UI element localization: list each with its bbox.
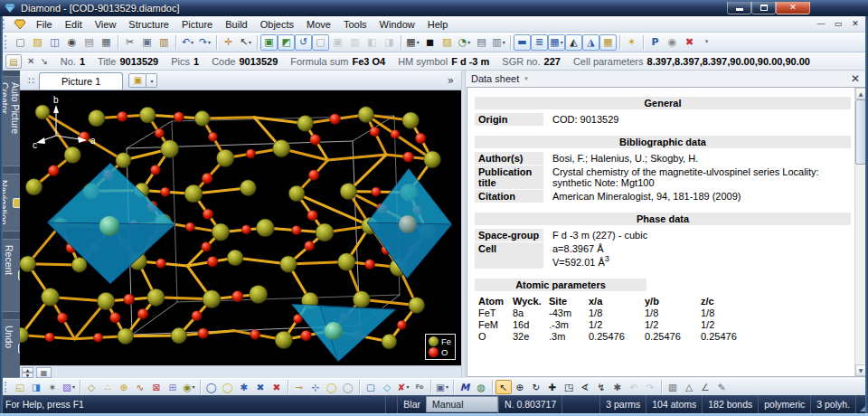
add-atom-button[interactable]: ⊕ [116,380,132,394]
menu-structure[interactable]: Structure [122,17,175,32]
cluster-button[interactable]: ✱ [236,380,252,394]
structure-canvas[interactable]: bac FeO [20,90,461,365]
tile-pictures-icon[interactable]: ∷ [24,75,39,90]
blank-picture-button[interactable]: ▢ [312,34,329,51]
structure-list-button[interactable]: ▤ [5,54,22,69]
network-blue-button[interactable]: ✖ [252,380,269,394]
toolbar-options-button[interactable]: ▾ [698,34,715,51]
polyhedra-button[interactable]: ◇ [83,380,99,394]
panel-menu-icon[interactable]: ▾ [524,75,528,82]
picture-menu-button[interactable]: ▨▾ [61,380,77,394]
mdi-minimize-button[interactable]: — [814,18,828,30]
network-red-button[interactable]: ✖ [269,380,285,394]
new-folder-button[interactable]: ▨ [439,34,456,51]
torsion-mode-button[interactable]: ↯ [593,380,609,394]
world-view-button[interactable]: ◍ [473,380,489,394]
zoom-mode-button[interactable]: ⊕ [512,380,528,394]
select-pointer-button[interactable]: ↖▾ [237,34,254,51]
free-measure-button[interactable]: ✎ [713,380,730,394]
create-bonds-button[interactable]: ⊸ [291,380,307,394]
menu-file[interactable]: File [30,17,59,32]
undo-button[interactable]: ↶▾ [179,34,196,51]
new-picture-dropdown[interactable]: ▾ [146,73,157,88]
data-sheet-close-icon[interactable]: ✕ [848,72,863,85]
picture-revert-button[interactable]: ↺ [295,34,312,51]
zoom-region-button[interactable]: ◳ [561,380,577,394]
goto-structure-icon[interactable]: ↘ [40,56,47,66]
tab-picture-1[interactable]: Picture 1 [39,72,123,90]
open-folder-button[interactable]: ▨ [29,34,46,51]
display-settings-button[interactable]: ◨ [28,380,44,394]
picture-grid-button[interactable]: ▦ [36,367,52,378]
menu-tools[interactable]: Tools [337,17,373,32]
find-button[interactable]: ◉ [63,34,80,51]
menu-window[interactable]: Window [373,17,421,32]
menu-build[interactable]: Build [219,17,253,32]
unit-cell-button[interactable]: ▢ [363,380,379,394]
packing-button[interactable]: ⊞ [165,380,181,394]
distance-measure-button[interactable]: ▥ [665,380,681,394]
forward-report-button[interactable]: ▥▾ [490,34,507,51]
print-preview-button[interactable]: ▤ [80,34,98,51]
copy-button[interactable]: ▣ [138,34,156,51]
history-button[interactable]: ◔▾ [456,34,473,51]
report-button[interactable]: ▤ [473,34,490,51]
atom-group-button[interactable]: ∴ [99,380,116,394]
print-button[interactable]: ▦ [98,34,115,51]
snapshot-button[interactable]: ◉ [664,34,681,51]
connect-atoms-button[interactable]: ∿ [132,380,148,394]
scroll-down-icon[interactable]: ▼ [855,364,866,376]
coordination-blue-button[interactable]: ◯ [203,380,220,394]
menu-view[interactable]: View [89,17,123,32]
fill-cell-button[interactable]: ⊠ [148,380,165,394]
layout-horizontal-button[interactable]: ▬ [514,34,531,51]
status-mode-field[interactable]: Manual [426,396,498,412]
insert-object-button[interactable]: ◱ [12,380,28,394]
spin-mode-button[interactable]: ✱ [609,380,626,394]
distance-histogram-button[interactable]: ◭ [565,34,582,51]
paste-button[interactable]: ▥ [156,34,173,51]
bond-picker-button[interactable]: Fe [411,380,428,394]
menu-edit[interactable]: Edit [59,17,89,32]
ring-search-button[interactable]: ◯ [324,380,340,394]
data-sheet-scrollbar[interactable]: ▲ ▼ [854,88,866,376]
table-view-button[interactable]: ▦▾ [548,34,565,51]
pan-button[interactable]: ✛ [220,34,237,51]
minimize-button[interactable] [727,2,751,14]
menu-help[interactable]: Help [421,17,455,32]
layout-list-button[interactable]: ≣ [531,34,548,51]
data-table-button[interactable]: ▦ [599,34,617,51]
maximize-button[interactable] [751,2,776,14]
dihedral-measure-button[interactable]: ∠ [697,380,713,394]
picture-settings-button[interactable]: ◩ [278,34,295,51]
angle-view-button[interactable]: ∢ [577,380,593,394]
mdi-close-button[interactable]: ✕ [848,18,863,30]
scroll-thumb[interactable] [855,99,866,165]
tools-red-button[interactable]: ✖ [681,34,698,51]
powder-p-button[interactable]: P [646,34,664,51]
picture-tools-button[interactable]: ✶ [44,380,61,394]
destroy-button[interactable]: ✘▾ [395,380,411,394]
tab-overflow-button[interactable]: » [444,74,458,90]
menu-objects[interactable]: Objects [254,17,300,32]
structure-picture-button[interactable]: ◼ [421,34,439,51]
close-button[interactable]: ✕ [776,2,810,14]
move-mode-button[interactable]: ✚ [544,380,561,394]
coordination-yellow-button[interactable]: ◯ [220,380,236,394]
edit-bonds-button[interactable]: ⊹ [307,380,324,394]
rotate-mode-button[interactable]: ↻ [528,380,544,394]
menu-move[interactable]: Move [300,17,337,32]
photo-mode-button[interactable]: ▣▾ [434,380,450,394]
select-mode-button[interactable]: ↖ [495,380,512,394]
save-button[interactable]: ◫ [46,34,63,51]
new-picture-button[interactable]: ▣ [260,34,278,51]
menu-picture[interactable]: Picture [175,17,219,32]
spin-down-icon[interactable]: ▼ [22,373,33,378]
mdi-restore-button[interactable]: ▭ [831,18,845,30]
remove-structure-icon[interactable]: ✕ [27,56,34,66]
angle-measure-button[interactable]: △ [681,380,697,394]
cut-button[interactable]: ✂ [121,34,138,51]
new-document-button[interactable]: ▢ [12,34,29,51]
powder-chart-button[interactable]: ◮ [582,34,599,51]
scroll-up-icon[interactable]: ▲ [855,88,866,99]
